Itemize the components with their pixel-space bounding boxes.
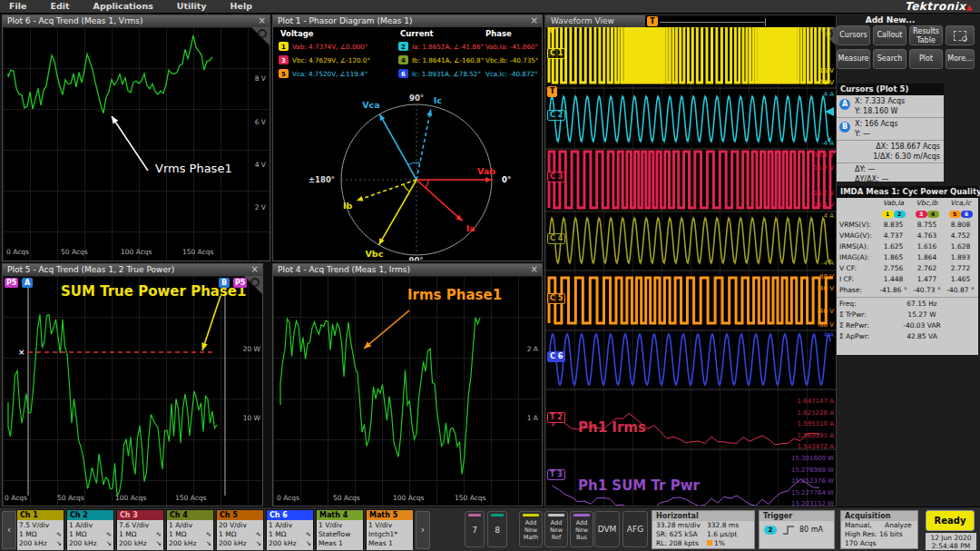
trend-badge-2[interactable]: T 2 xyxy=(547,412,565,423)
cursor-delta-readout: ΔX: 158.667 Acqs1/ΔX: 6.30 m/Acqs xyxy=(837,141,944,163)
source-badge-1: 1 xyxy=(882,211,894,218)
plot6-x-label: 100 Acqs xyxy=(121,248,152,256)
plot4-annotation[interactable]: Irms Phase1 xyxy=(407,287,502,303)
plot5-titlebar[interactable]: Plot 5 - Acq Trend (Meas 1, 2 True Power… xyxy=(3,264,262,276)
channel-badge-c1[interactable]: C 1 xyxy=(547,48,565,59)
badge-ch6[interactable]: Ch 61 A/div1 MΩ∿200 kHz↘ xyxy=(266,509,314,549)
button-label-line: Add xyxy=(545,519,567,526)
channel-badge-c2[interactable]: C 2 xyxy=(547,110,565,121)
svg-text:5: 5 xyxy=(281,71,286,78)
measure-button[interactable]: Measure xyxy=(837,49,870,69)
waveform-view-tab[interactable]: Waveform View xyxy=(545,15,645,27)
plot1-close-icon[interactable]: × xyxy=(531,15,538,26)
trend-axis-label: 15.227764 W xyxy=(791,489,834,497)
plot4-window: Plot 4 - Acq Trend (Meas 1, Irms) × Irms… xyxy=(272,263,543,507)
plot5-source-badge[interactable]: P5 xyxy=(5,278,18,288)
search-button[interactable]: Search xyxy=(873,49,906,69)
collapse-badges-button[interactable]: ‹ xyxy=(2,511,16,549)
plot6-close-icon[interactable]: × xyxy=(259,15,266,26)
trigger-position-handle[interactable]: T xyxy=(647,16,658,26)
trigger-panel[interactable]: Trigger 2 80 mA xyxy=(759,510,835,549)
channel-badge-c5[interactable]: C 5 xyxy=(547,293,565,304)
meas-row-label: V CF: xyxy=(837,263,877,274)
plot6-annotation[interactable]: Vrms Phase1 xyxy=(155,162,232,175)
horizontal-panel[interactable]: Horizontal 33.28 ms/div332.8 ms SR: 625 … xyxy=(652,510,755,549)
plot-button[interactable]: Plot xyxy=(909,49,943,69)
svg-text:90°: 90° xyxy=(409,93,424,103)
plot4-close-icon[interactable]: × xyxy=(531,264,538,275)
channel-7-button[interactable]: 7 xyxy=(465,511,485,547)
zoom-slider-track[interactable] xyxy=(660,22,765,23)
menu-item-help[interactable]: Help xyxy=(230,0,252,13)
badge-ch4[interactable]: Ch 41 A/div1 MΩ∿200 kHz↘ xyxy=(166,509,214,549)
meas-value: 4.763 xyxy=(910,231,944,241)
channel-axis-label: -15.2 V xyxy=(811,190,834,197)
meas-summary-label: Σ TrPwr: xyxy=(837,310,877,320)
meas-row-label: Phase: xyxy=(837,285,877,296)
badge-ch5[interactable]: Ch 520 V/div1 MΩ∿200 kHz↘ xyxy=(216,509,264,549)
trend-badge-3[interactable]: T 3 xyxy=(547,469,565,480)
meas-value: 1.465 xyxy=(944,274,977,285)
add-new-ref-button[interactable]: AddNewRef xyxy=(544,511,568,547)
measurement-panel-title[interactable]: IMDA Meas 1: Cyc Power Quality* xyxy=(837,186,978,198)
svg-text:0°: 0° xyxy=(502,175,511,184)
callout-button[interactable]: Callout xyxy=(873,25,906,45)
menu-item-edit[interactable]: Edit xyxy=(50,0,69,13)
cursor-deltay-readout: ΔY: —ΔY/ΔX: — xyxy=(837,163,944,185)
plot4-graph-area[interactable]: Irms Phase1 2 A1 A0 Acqs50 Acqs100 Acqs1… xyxy=(273,276,542,506)
more-button[interactable]: More... xyxy=(946,49,975,69)
meas-summary-label: Freq: xyxy=(837,299,877,310)
cursor-a-handle[interactable]: A xyxy=(22,278,33,288)
plot6-titlebar[interactable]: Plot 6 - Acq Trend (Meas 1, Vrms) × xyxy=(3,15,270,27)
zoom-mode-button[interactable] xyxy=(946,25,975,45)
meas-badge-row: 123456 xyxy=(837,209,978,220)
plot5-close-icon[interactable]: × xyxy=(251,264,259,275)
meas-summary-label: Σ RePwr: xyxy=(837,320,877,331)
plot5-source-badge-right[interactable]: P5 xyxy=(233,278,247,288)
badge-math4[interactable]: Math 41 V/divStateflowMeas 1 xyxy=(316,509,364,549)
dvm-button[interactable]: DVM xyxy=(594,511,620,547)
zoom-slider-end[interactable] xyxy=(765,18,766,26)
svg-text:Current: Current xyxy=(400,29,434,38)
plot5-graph-area[interactable]: × SUM True Power Phase1 P5ABP520 W10 W0 … xyxy=(3,276,262,506)
trend-axis-label: 15.252376 W xyxy=(791,477,834,485)
results-table-button[interactable]: Results Table xyxy=(909,25,943,45)
cursors-panel-title[interactable]: Cursors (Plot 5) xyxy=(837,84,944,95)
coupling-icon: ∿ xyxy=(206,530,211,539)
button-label-line: Ref xyxy=(545,534,567,541)
plot1-graph-area[interactable]: VoltageCurrentPhase1Vab: 4.7374V, ∠0.000… xyxy=(273,27,542,261)
add-new-math-button[interactable]: AddNewMath xyxy=(519,511,543,547)
cursor-b-handle[interactable]: B xyxy=(219,278,230,288)
bottom-bar: ‹ Ch 17.5 V/div1 MΩ∿200 kHz↘Ch 21 A/div1… xyxy=(0,507,980,551)
badge-math5[interactable]: Math 51 V/divIntgch1*Meas 1 xyxy=(366,509,414,549)
channel-badge-c4[interactable]: C 4 xyxy=(547,233,565,244)
channel-8-button[interactable]: 8 xyxy=(487,511,507,547)
badge-ch3[interactable]: Ch 37.6 V/div1 MΩ∿200 kHz↘ xyxy=(116,509,164,549)
acquisition-panel[interactable]: Acquisition Manual,Analyze High Res: 16 … xyxy=(840,510,918,549)
svg-text:Vbc,Ib: -40.735°: Vbc,Ib: -40.735° xyxy=(485,56,538,64)
menu-item-applications[interactable]: Applications xyxy=(93,0,153,13)
badge-ch1[interactable]: Ch 17.5 V/div1 MΩ∿200 kHz↘ xyxy=(16,509,64,549)
scale-label: 7.5 V/div xyxy=(19,521,62,530)
waveform-graticule[interactable]: C 115 V-30 VC 24 A-4 AC 330.4 V15.2 V-15… xyxy=(545,27,836,506)
afg-button[interactable]: AFG xyxy=(622,511,648,547)
badge-header: Ch 1 xyxy=(17,510,64,520)
menu-item-file[interactable]: File xyxy=(9,0,26,13)
channel-badge-c3[interactable]: C 3 xyxy=(547,172,565,182)
trigger-badge[interactable]: T xyxy=(547,86,557,97)
cursors-button[interactable]: Cursors xyxy=(837,25,870,45)
badge-ch2[interactable]: Ch 21 A/div1 MΩ∿200 kHz↘ xyxy=(66,509,114,549)
menu-item-utility[interactable]: Utility xyxy=(177,0,207,13)
expand-badges-button[interactable]: › xyxy=(416,511,430,549)
add-new-bus-button[interactable]: AddNewBus xyxy=(570,511,593,547)
bandwidth-icon: ↘ xyxy=(156,539,162,548)
plot6-graph-area[interactable]: Vrms Phase1 8 V6 V4 V2 V0 Acqs50 Acqs100… xyxy=(3,27,270,261)
plot1-titlebar[interactable]: Plot 1 - Phasor Diagram (Meas 1) × xyxy=(273,15,542,27)
bandwidth-icon: ↘ xyxy=(256,539,261,548)
channel-badge-c6[interactable]: C 6 xyxy=(547,351,565,362)
plot4-titlebar[interactable]: Plot 4 - Acq Trend (Meas 1, Irms) × xyxy=(273,264,542,276)
meas-source-badges: 12 xyxy=(877,209,910,220)
plot4-x-label: 50 Acqs xyxy=(333,494,360,502)
badge-body: 20 V/div1 MΩ∿200 kHz↘ xyxy=(217,520,263,550)
menu-bar: FileEditApplicationsUtilityHelp Tektroni… xyxy=(0,0,980,14)
